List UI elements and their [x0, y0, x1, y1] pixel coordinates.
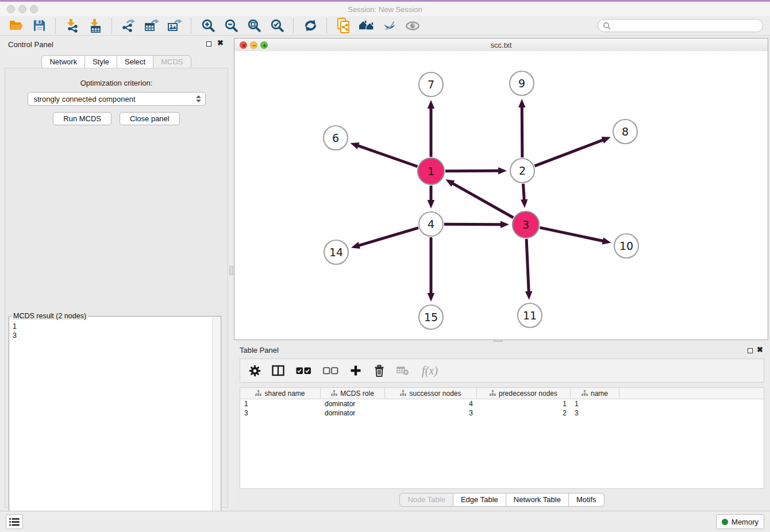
settings-gear-icon[interactable]	[248, 364, 261, 377]
run-mcds-button[interactable]: Run MCDS	[53, 112, 111, 125]
graph-edge-3-11[interactable]	[525, 239, 532, 300]
zoom-selected-icon[interactable]	[268, 17, 286, 34]
toggle-column-pane-icon[interactable]	[272, 364, 284, 377]
column-header-predecessor-nodes[interactable]: predecessor nodes	[477, 388, 571, 399]
close-panel-icon[interactable]: ✖	[217, 39, 224, 47]
graph-node-6[interactable]: 6	[324, 126, 348, 150]
mcds-result-title: MCDS result (2 nodes)	[11, 312, 88, 320]
export-image-icon[interactable]	[166, 17, 183, 34]
graph-node-14[interactable]: 14	[324, 240, 348, 264]
criterion-dropdown[interactable]: strongly connected component	[28, 92, 206, 106]
graph-node-1[interactable]: 1	[418, 158, 444, 184]
graph-node-3[interactable]: 3	[513, 211, 539, 238]
graph-edge-4-3[interactable]	[444, 221, 509, 228]
graph-edge-3-10[interactable]	[540, 228, 611, 244]
graph-node-7[interactable]: 7	[419, 72, 443, 97]
float-panel-icon[interactable]	[206, 41, 211, 47]
mcds-result-list[interactable]: 13	[13, 322, 211, 340]
column-header-name[interactable]: name	[571, 388, 619, 399]
save-session-icon[interactable]	[30, 17, 48, 34]
tab-mcds[interactable]: MCDS	[153, 55, 191, 69]
open-file-icon[interactable]	[7, 17, 25, 34]
table-cell: 1	[477, 400, 571, 408]
svg-text:9: 9	[518, 77, 525, 90]
window-title: Session: New Session	[0, 5, 770, 14]
search-icon	[603, 22, 611, 30]
graph-edge-1-4[interactable]	[428, 186, 434, 209]
table-panel-title: Table Panel	[240, 346, 279, 354]
close-panel-button[interactable]: Close panel	[120, 112, 180, 125]
column-header-successor-nodes[interactable]: successor nodes	[385, 388, 477, 399]
graph-edge-2-3[interactable]	[521, 184, 528, 208]
network-canvas[interactable]: 7968124314101511	[234, 51, 768, 340]
tab-motifs[interactable]: Motifs	[569, 493, 605, 507]
add-column-icon[interactable]	[349, 364, 362, 377]
table-cell: 4	[385, 400, 477, 408]
zoom-in-icon[interactable]	[199, 17, 217, 34]
vertical-splitter-grip[interactable]	[229, 266, 233, 275]
select-all-columns-icon[interactable]	[295, 364, 311, 377]
new-network-from-selection-icon[interactable]	[335, 17, 352, 34]
graph-edge-2-8[interactable]	[535, 137, 611, 166]
dropdown-stepper-icon	[195, 95, 202, 103]
graph-node-8[interactable]: 8	[613, 119, 637, 144]
node-table[interactable]: shared nameMCDS rolesuccessor nodesprede…	[240, 387, 764, 489]
table-cell: 1	[571, 400, 619, 408]
tab-network[interactable]: Network	[41, 55, 85, 69]
graph-node-2[interactable]: 2	[510, 159, 534, 183]
control-panel-title: Control Panel	[8, 40, 53, 49]
tab-style[interactable]: Style	[85, 55, 117, 69]
graph-edge-1-6[interactable]	[350, 142, 417, 167]
svg-text:1: 1	[428, 165, 434, 178]
task-history-button[interactable]	[6, 514, 23, 529]
tab-edge-table[interactable]: Edge Table	[453, 493, 506, 507]
tab-network-table[interactable]: Network Table	[506, 493, 569, 507]
table-cell: 2	[477, 409, 571, 417]
graph-node-15[interactable]: 15	[419, 305, 443, 329]
graph-edge-4-15[interactable]	[428, 237, 434, 302]
network-window-titlebar[interactable]: scc.txt	[234, 38, 768, 52]
float-table-panel-icon[interactable]	[748, 348, 753, 353]
memory-button[interactable]: Memory	[716, 514, 764, 529]
apply-layout-icon[interactable]	[302, 17, 319, 34]
graph-node-9[interactable]: 9	[510, 71, 534, 95]
table-cell: 3	[385, 409, 477, 417]
table-row[interactable]: 1dominator411	[240, 399, 764, 408]
export-table-icon[interactable]	[143, 17, 160, 34]
graph-node-11[interactable]: 11	[518, 303, 542, 327]
close-table-panel-icon[interactable]: ✖	[757, 346, 763, 354]
graph-edge-4-14[interactable]	[351, 228, 418, 249]
zoom-out-icon[interactable]	[222, 17, 240, 34]
table-row[interactable]: 3dominator323	[240, 408, 764, 418]
unselect-all-columns-icon[interactable]	[322, 364, 338, 377]
graph-edge-2-9[interactable]	[518, 99, 525, 157]
network-window-title: scc.txt	[234, 41, 768, 49]
tab-select[interactable]: Select	[117, 55, 153, 69]
svg-text:8: 8	[622, 125, 629, 138]
import-network-icon[interactable]	[64, 17, 81, 34]
column-tree-icon	[331, 390, 337, 396]
memory-status-icon	[722, 519, 728, 525]
result-scrollbar[interactable]	[212, 317, 220, 532]
table-cell: 1	[240, 400, 321, 408]
search-input[interactable]	[598, 19, 763, 32]
toolbar-separator	[293, 18, 294, 33]
tab-node-table[interactable]: Node Table	[399, 493, 453, 507]
mcds-result-line: 1	[13, 322, 211, 331]
zoom-fit-icon[interactable]	[245, 17, 263, 34]
mcds-result-line: 3	[13, 331, 211, 340]
graph-node-4[interactable]: 4	[419, 212, 443, 236]
delete-column-icon[interactable]	[373, 364, 386, 377]
show-all-icon[interactable]	[404, 17, 421, 34]
first-neighbors-icon[interactable]	[358, 17, 375, 34]
graph-edge-1-2[interactable]	[445, 167, 507, 174]
graph-edge-1-7[interactable]	[428, 100, 434, 157]
column-header-shared-name[interactable]: shared name	[240, 388, 321, 399]
hide-selected-icon[interactable]	[381, 17, 398, 34]
export-network-icon[interactable]	[120, 17, 137, 34]
svg-text:15: 15	[424, 311, 438, 323]
import-table-icon[interactable]	[87, 17, 104, 34]
graph-edge-3-1[interactable]	[445, 179, 513, 217]
column-header-MCDS-role[interactable]: MCDS role	[321, 388, 385, 399]
graph-node-10[interactable]: 10	[614, 234, 638, 258]
